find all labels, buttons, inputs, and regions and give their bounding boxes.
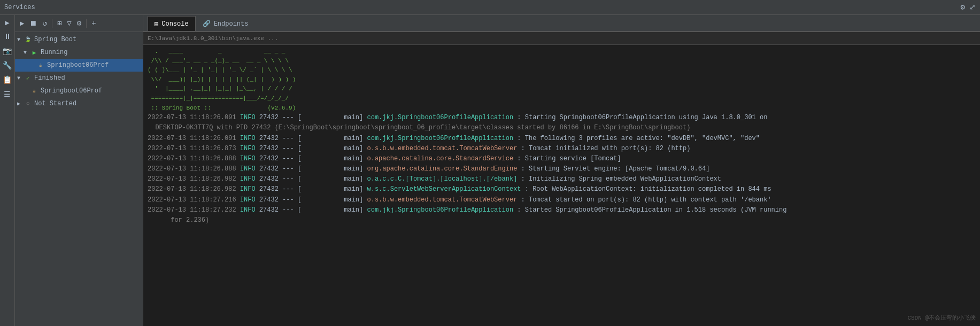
run-button[interactable]: ▶: [18, 18, 26, 29]
console-path-text: E:\Java\jdk1.8.0_301\bin\java.exe ...: [148, 35, 278, 42]
spring-icon: 🍃: [24, 35, 32, 44]
stop-button[interactable]: ⏹: [28, 18, 38, 29]
chevron-finished: ▼: [17, 75, 24, 81]
services-tree: ▼ 🍃 Spring Boot ▼ ▶ Running ☕ Springboot…: [15, 32, 143, 326]
title-bar: Services ⚙ ⤢: [0, 0, 980, 15]
expand-icon[interactable]: ⤢: [969, 3, 976, 12]
tree-item-finished-group[interactable]: ▼ ✓ Finished: [15, 72, 143, 84]
services-toolbar: ▶ ⏹ ↺ ⊞ ▽ ⚙ +: [15, 15, 143, 32]
log-line: 2022-07-13 11:18:26.091 INFO 27432 --- […: [148, 113, 976, 123]
log-line: 2022-07-13 11:18:26.888 INFO 27432 --- […: [148, 154, 976, 164]
funnel-button[interactable]: ▽: [65, 18, 73, 29]
log-line: 2022-07-13 11:18:27.232 INFO 27432 --- […: [148, 205, 976, 215]
log-line: DESKTOP-0K3TT7Q with PID 27432 (E:\Sprin…: [148, 123, 976, 133]
tree-item-springboot06prof-finished[interactable]: ☕ Springboot06Prof: [15, 84, 143, 97]
terminal-side-icon[interactable]: 📋: [2, 74, 13, 86]
banner-line: \\/ ___)| |_)| | | | | || (_| | ) ) ) ): [148, 75, 976, 85]
log-line: 2022-07-13 11:18:26.888 INFO 27432 --- […: [148, 164, 976, 174]
chevron-running: ▼: [24, 50, 30, 56]
toolbar-separator-2: [86, 19, 87, 28]
console-tabs: ▤ Console 🔗 Endpoints: [143, 15, 980, 32]
banner-line: :: Spring Boot :: (v2.6.9): [148, 104, 976, 113]
debug-side-icon[interactable]: ⏸: [3, 32, 12, 42]
finished-group-label: Finished: [34, 74, 65, 82]
log-line: 2022-07-13 11:18:26.873 INFO 27432 --- […: [148, 144, 976, 154]
banner-line: ( ( )\___ | '_ | '_| | '_ \/ _` | \ \ \ …: [148, 66, 976, 75]
title-bar-actions: ⚙ ⤢: [961, 3, 976, 12]
toolbar-separator-1: [52, 19, 52, 28]
rerun-button[interactable]: ↺: [41, 18, 48, 29]
notstarted-icon: ○: [24, 99, 32, 108]
log-line: 2022-07-13 11:18:26.982 INFO 27432 --- […: [148, 184, 976, 195]
add-button[interactable]: +: [90, 18, 97, 29]
tree-item-running-group[interactable]: ▼ ▶ Running: [15, 46, 143, 59]
log-line: 2022-07-13 11:18:27.216 INFO 27432 --- […: [148, 195, 976, 205]
console-path-bar: E:\Java\jdk1.8.0_301\bin\java.exe ...: [143, 32, 980, 45]
app-icon-2: ☕: [30, 87, 38, 95]
log-line: 2022-07-13 11:18:26.982 INFO 27432 --- […: [148, 174, 976, 184]
tree-item-notstarted-group[interactable]: ▶ ○ Not Started: [15, 97, 143, 110]
banner-line: =========|_|==============|___/=/_/_/_/: [148, 94, 976, 104]
tree-item-springboot-group[interactable]: ▼ 🍃 Spring Boot: [15, 33, 143, 46]
banner-line: . ____ _ __ _ _: [148, 47, 976, 57]
misc-side-icon[interactable]: ☰: [3, 89, 12, 100]
springboot06prof-running-label: Springboot06Prof: [47, 61, 109, 69]
filter-button[interactable]: ⊞: [56, 18, 63, 29]
run-side-icon[interactable]: ▶: [4, 17, 10, 28]
side-icons-panel: ▶ ⏸ 📷 🔧 📋 ☰: [0, 15, 15, 326]
finished-icon: ✓: [24, 74, 32, 82]
springboot06prof-finished-label: Springboot06Prof: [41, 87, 102, 95]
settings-toolbar-button[interactable]: ⚙: [75, 18, 83, 29]
tab-console[interactable]: ▤ Console: [148, 16, 196, 31]
endpoints-tab-label: Endpoints: [214, 20, 249, 28]
banner-line: /\\ / ___'_ __ _ _(_)_ __ __ _ \ \ \ \: [148, 57, 976, 66]
tab-endpoints[interactable]: 🔗 Endpoints: [196, 16, 256, 31]
settings-icon[interactable]: ⚙: [961, 3, 965, 12]
console-tab-label: Console: [161, 20, 188, 28]
running-group-label: Running: [41, 49, 67, 56]
endpoints-tab-icon: 🔗: [203, 20, 211, 28]
app-icon-1: ☕: [36, 61, 45, 69]
springboot-group-label: Spring Boot: [34, 36, 76, 43]
watermark: CSDN @不会压弯的小飞侠: [907, 314, 976, 322]
camera-side-icon[interactable]: 📷: [2, 45, 13, 57]
panel-title: Services: [4, 4, 35, 11]
log-line: for 2.236): [148, 215, 976, 226]
console-output[interactable]: . ____ _ __ _ _ /\\ / ___'_ __ _ _(_)_ _…: [143, 45, 980, 326]
tree-item-springboot06prof-running[interactable]: ☕ Springboot06Prof: [15, 59, 143, 72]
chevron-notstarted: ▶: [17, 100, 24, 107]
notstarted-group-label: Not Started: [34, 100, 76, 107]
main-layout: ▶ ⏸ 📷 🔧 📋 ☰ ▶ ⏹ ↺ ⊞ ▽ ⚙ + ▼ 🍃 Spring Boo…: [0, 15, 980, 326]
banner-line: ' |____| .__|_| |_|_| |_\__, | / / / /: [148, 84, 976, 94]
console-tab-icon: ▤: [155, 20, 158, 28]
log-line: 2022-07-13 11:18:26.091 INFO 27432 --- […: [148, 134, 976, 144]
running-icon: ▶: [30, 48, 38, 57]
plugin-side-icon[interactable]: 🔧: [2, 60, 13, 71]
console-panel: ▤ Console 🔗 Endpoints E:\Java\jdk1.8.0_3…: [143, 15, 980, 326]
services-panel: ▶ ⏹ ↺ ⊞ ▽ ⚙ + ▼ 🍃 Spring Boot ▼ ▶ Runnin…: [15, 15, 143, 326]
chevron-springboot: ▼: [17, 37, 24, 43]
